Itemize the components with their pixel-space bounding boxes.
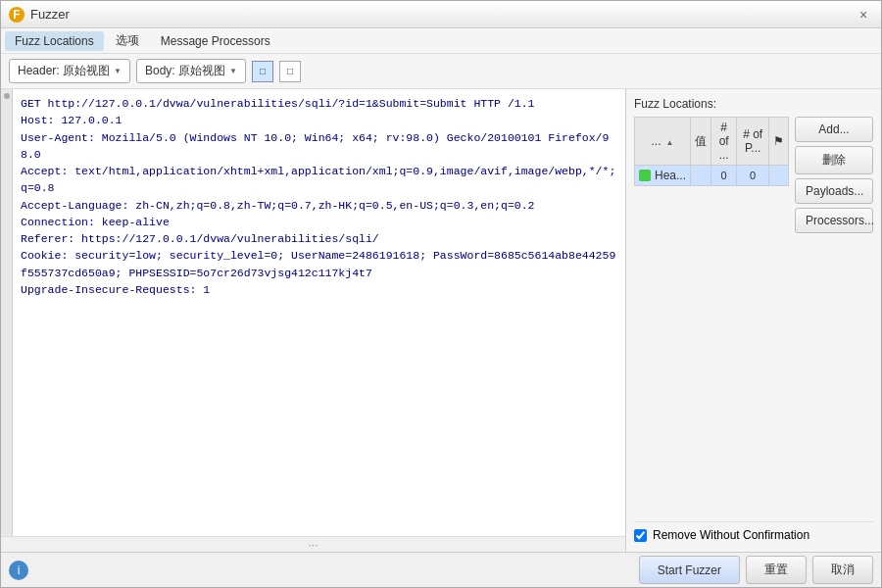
row-value (691, 166, 711, 186)
fuzz-locations-label: Fuzz Locations: (634, 97, 873, 111)
info-icon: i (9, 561, 28, 580)
fuzzer-window: F Fuzzer × Fuzz Locations 选项 Message Pro… (0, 0, 882, 588)
status-bar: i Start Fuzzer 重置 取消 (1, 552, 881, 587)
app-icon: F (9, 7, 24, 23)
fuzz-locations-table: ... ▲ 值 # of ... # of P... ⚑ (634, 117, 789, 186)
side-dot (4, 93, 10, 99)
action-buttons: Add... 删除 Payloads... Processors... (795, 117, 873, 517)
side-indicator (1, 89, 13, 536)
menu-message-processors[interactable]: Message Processors (151, 31, 280, 51)
right-inner: ... ▲ 值 # of ... # of P... ⚑ (634, 117, 873, 517)
delete-button[interactable]: 删除 (795, 146, 873, 174)
col-ellipsis[interactable]: ... ▲ (635, 118, 691, 166)
processors-button[interactable]: Processors... (795, 208, 873, 233)
table-row[interactable]: Hea... 0 0 (635, 166, 789, 186)
sort-arrow-ellipsis: ▲ (666, 138, 674, 147)
body-dropdown[interactable]: Body: 原始视图 ▼ (136, 59, 246, 83)
right-panel: Fuzz Locations: ... ▲ 值 # of ... (626, 89, 881, 552)
header-dropdown[interactable]: Header: 原始视图 ▼ (9, 59, 130, 83)
title-left: F Fuzzer (9, 7, 70, 23)
menu-options[interactable]: 选项 (106, 29, 149, 52)
col-num-p[interactable]: # of P... (737, 118, 769, 166)
bottom-buttons: Start Fuzzer 重置 取消 (639, 556, 873, 584)
body-dropdown-arrow: ▼ (229, 67, 237, 75)
view-button-2[interactable]: □ (279, 61, 301, 82)
add-button[interactable]: Add... (795, 117, 873, 142)
table-area: ... ▲ 值 # of ... # of P... ⚑ (634, 117, 789, 517)
title-bar: F Fuzzer × (1, 1, 881, 28)
row-name: Hea... (635, 166, 691, 186)
col-flag[interactable]: ⚑ (769, 118, 789, 166)
left-wrapper (1, 89, 625, 536)
window-title: Fuzzer (30, 7, 70, 22)
remove-confirmation-checkbox[interactable] (634, 529, 647, 542)
menu-fuzz-locations[interactable]: Fuzz Locations (5, 31, 104, 51)
view-button-1[interactable]: □ (252, 61, 273, 82)
status-indicator (639, 170, 651, 181)
close-button[interactable]: × (854, 5, 873, 24)
row-flag (769, 166, 789, 186)
left-text-wrapper (13, 89, 625, 536)
col-value[interactable]: 值 (691, 118, 711, 166)
row-num-p: 0 (737, 166, 769, 186)
row-num-fuzz: 0 (711, 166, 737, 186)
main-content: ··· Fuzz Locations: ... ▲ 值 (1, 89, 881, 552)
request-editor[interactable] (13, 89, 625, 536)
menu-bar: Fuzz Locations 选项 Message Processors (1, 28, 881, 54)
col-num-fuzz[interactable]: # of ... (711, 118, 737, 166)
header-dropdown-arrow: ▼ (114, 67, 122, 75)
start-fuzzer-button[interactable]: Start Fuzzer (639, 556, 740, 584)
reset-button[interactable]: 重置 (746, 556, 807, 584)
remove-confirmation-area: Remove Without Confirmation (634, 521, 873, 544)
left-panel: ··· (1, 89, 626, 552)
toolbar: Header: 原始视图 ▼ Body: 原始视图 ▼ □ □ (1, 54, 881, 89)
horizontal-scrollbar[interactable]: ··· (1, 536, 625, 552)
payloads-button[interactable]: Payloads... (795, 178, 873, 204)
cancel-button[interactable]: 取消 (812, 556, 873, 584)
remove-confirmation-label[interactable]: Remove Without Confirmation (653, 528, 809, 542)
